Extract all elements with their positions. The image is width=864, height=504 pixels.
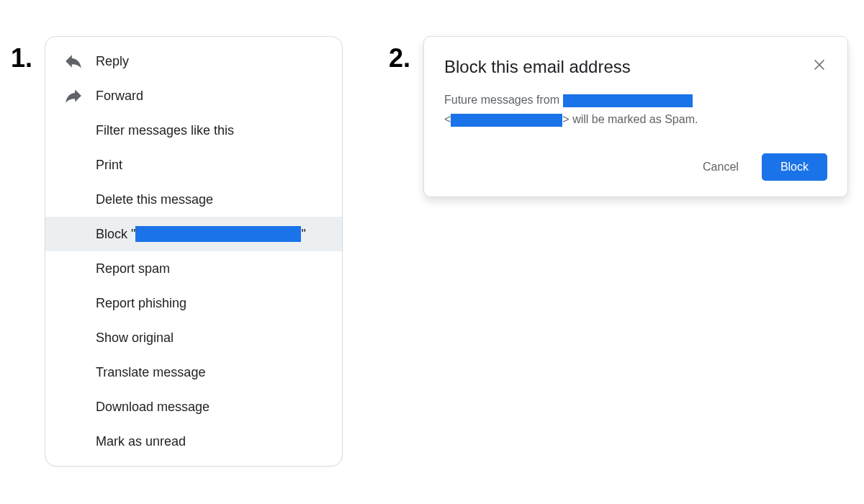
menu-item-label: Download message [96, 400, 210, 415]
dialog-actions: Cancel Block [444, 153, 827, 181]
menu-item-label: Show original [96, 330, 174, 346]
menu-item-download[interactable]: Download message [45, 390, 342, 424]
message-context-menu: Reply Forward Filter messages like this … [45, 36, 343, 467]
dialog-body-suffix: will be marked as Spam. [570, 113, 698, 125]
menu-item-report-spam[interactable]: Report spam [45, 251, 342, 286]
menu-item-label: Reply [96, 54, 129, 69]
menu-item-block-sender[interactable]: Block " " [45, 217, 342, 251]
menu-item-label: Print [96, 158, 122, 173]
redacted-sender-name [135, 226, 301, 242]
menu-item-label: Translate message [96, 365, 205, 380]
angle-open: < [444, 113, 451, 125]
close-icon[interactable] [811, 57, 827, 76]
step-number-1: 1. [11, 43, 32, 73]
menu-item-translate[interactable]: Translate message [45, 355, 342, 390]
dialog-body: Future messages from <> will be marked a… [444, 90, 827, 129]
menu-item-show-original[interactable]: Show original [45, 320, 342, 355]
menu-item-label: Filter messages like this [96, 123, 234, 138]
menu-item-forward[interactable]: Forward [45, 78, 342, 113]
menu-item-label: Delete this message [96, 192, 213, 207]
step-number-2: 2. [389, 43, 410, 73]
menu-item-label: Mark as unread [96, 434, 186, 449]
menu-item-mark-unread[interactable]: Mark as unread [45, 424, 342, 459]
menu-item-label: Forward [96, 89, 143, 104]
menu-item-label-prefix: Block " [96, 227, 135, 242]
block-button[interactable]: Block [762, 153, 827, 181]
menu-item-filter[interactable]: Filter messages like this [45, 113, 342, 148]
forward-icon [64, 86, 96, 105]
menu-item-delete[interactable]: Delete this message [45, 182, 342, 217]
reply-icon [64, 52, 96, 71]
redacted-sender-name [563, 94, 693, 107]
dialog-body-prefix: Future messages from [444, 94, 563, 106]
cancel-button[interactable]: Cancel [696, 155, 746, 179]
menu-item-print[interactable]: Print [45, 148, 342, 182]
menu-item-reply[interactable]: Reply [45, 44, 342, 78]
angle-close: > [562, 113, 569, 125]
dialog-title: Block this email address [444, 57, 631, 77]
redacted-sender-email [451, 114, 562, 127]
block-email-dialog: Block this email address Future messages… [423, 36, 848, 197]
menu-item-label-suffix: " [301, 227, 305, 242]
menu-item-label: Report phishing [96, 296, 186, 311]
menu-item-report-phishing[interactable]: Report phishing [45, 286, 342, 320]
menu-item-label: Report spam [96, 261, 170, 276]
